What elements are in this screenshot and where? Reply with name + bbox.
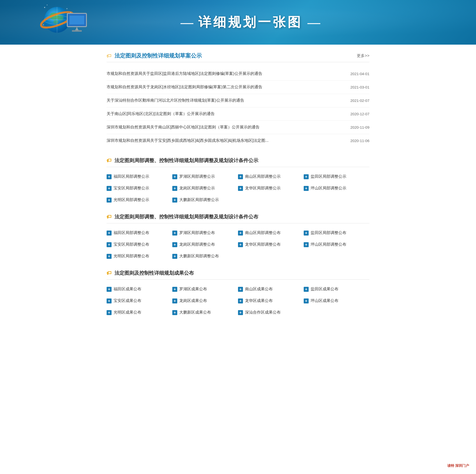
svg-point-3 <box>53 20 58 24</box>
grid-item-label: 深汕合作区成果公布 <box>245 310 281 315</box>
grid-item[interactable]: + 南山区成果公布 <box>238 286 304 293</box>
grid-item[interactable]: + 福田区局部调整公布 <box>107 229 172 237</box>
section2-tag-icon: 🏷 <box>107 158 112 163</box>
news-date: 2021-03-01 <box>350 85 369 89</box>
plus-icon: + <box>172 287 177 292</box>
grid-item[interactable]: + 龙岗区局部调整公示 <box>172 185 238 192</box>
grid-item-label: 宝安区成果公布 <box>114 298 141 303</box>
grid-item[interactable]: + 宝安区局部调整公布 <box>107 241 172 248</box>
news-date: 2020-11-06 <box>350 139 369 143</box>
grid-item-label: 福田区局部调整公布 <box>114 230 149 236</box>
section4-grid: + 福田区成果公布 + 罗湖区成果公布 + 南山区成果公布 + 盐田区成果公布 … <box>107 286 369 316</box>
news-title[interactable]: 市规划和自然资源局关于盐田区[盐田港后方陆域地区]法定图则修编(草案)公开展示的… <box>107 71 343 76</box>
news-title[interactable]: 关于南山区[同乐地区(北区)]法定图则（草案）公开展示的通告 <box>107 111 343 117</box>
news-item: 深圳市规划和自然资源局关于宝安[西乡固戍西地区]&[西乡固戍东地区]&[机场东地… <box>107 134 369 147</box>
grid-item-label: 光明区局部调整公示 <box>114 197 149 203</box>
grid-item[interactable]: + 大鹏新区局部调整公布 <box>172 253 238 260</box>
section1-tag-icon: 🏷 <box>107 53 112 59</box>
plus-icon: + <box>172 298 177 303</box>
plus-icon: + <box>238 242 243 247</box>
plus-icon: + <box>304 174 309 179</box>
news-title[interactable]: 市规划和自然资源局关于龙岗区[水径地区]法定图则局部修编(草案)第二次公开展示的… <box>107 85 343 90</box>
grid-item[interactable]: + 龙华区成果公布 <box>238 297 304 304</box>
news-title[interactable]: 深圳市规划和自然资源局关于宝安[西乡固戍西地区]&[西乡固戍东地区]&[机场东地… <box>107 138 343 143</box>
svg-point-10 <box>66 8 67 9</box>
section4-block: 🏷 法定图则及控制性详细规划成果公布 + 福田区成果公布 + 罗湖区成果公布 +… <box>107 270 369 316</box>
section1-more-link[interactable]: 更多>> <box>357 53 369 59</box>
plus-icon: + <box>107 231 112 236</box>
news-item: 深圳市规划和自然资源局关于南山区[西丽中心区地区]法定图则（草案）公开展示的通告… <box>107 121 369 134</box>
grid-item[interactable]: + 大鹏新区成果公布 <box>172 309 238 316</box>
grid-item-label: 盐田区局部调整公示 <box>311 174 346 179</box>
plus-icon: + <box>107 186 112 191</box>
grid-item[interactable]: + 宝安区成果公布 <box>107 297 172 304</box>
news-title[interactable]: 关于深汕特别合作区鹅埠南门河以北片区控制性详细规划(草案)公开展示的通告 <box>107 98 343 103</box>
svg-point-2 <box>57 15 63 20</box>
grid-item[interactable]: + 龙岗区成果公布 <box>172 297 238 304</box>
svg-point-8 <box>44 7 45 8</box>
grid-item-label: 大鹏新区局部调整公示 <box>179 197 219 203</box>
section3-block: 🏷 法定图则局部调整、控制性详细规划局部调整及规划设计条件公布 + 福田区局部调… <box>107 213 369 260</box>
plus-icon: + <box>172 310 177 315</box>
grid-item-label: 宝安区局部调整公布 <box>114 242 149 247</box>
news-item: 关于深汕特别合作区鹅埠南门河以北片区控制性详细规划(草案)公开展示的通告 202… <box>107 94 369 107</box>
grid-item-label: 盐田区成果公布 <box>311 287 338 292</box>
section2-title: 法定图则局部调整、控制性详细规划局部调整及规划设计条件公示 <box>115 157 258 164</box>
plus-icon: + <box>107 254 112 259</box>
grid-item[interactable]: + 龙岗区局部调整公布 <box>172 241 238 248</box>
svg-point-9 <box>47 5 48 5</box>
grid-item-empty <box>304 309 369 316</box>
svg-point-12 <box>43 24 44 25</box>
news-title[interactable]: 深圳市规划和自然资源局关于南山区[西丽中心区地区]法定图则（草案）公开展示的通告 <box>107 125 343 130</box>
plus-icon: + <box>304 298 309 303</box>
plus-icon: + <box>107 287 112 292</box>
grid-item[interactable]: + 龙华区局部调整公布 <box>238 241 304 248</box>
grid-item-empty <box>304 196 369 204</box>
grid-item-label: 坪山区局部调整公示 <box>311 186 346 191</box>
grid-item-label: 南山区成果公布 <box>245 287 273 292</box>
plus-icon: + <box>107 298 112 303</box>
grid-item[interactable]: + 南山区局部调整公示 <box>238 173 304 180</box>
grid-item[interactable]: + 南山区局部调整公布 <box>238 229 304 237</box>
grid-item[interactable]: + 福田区局部调整公示 <box>107 173 172 180</box>
grid-item[interactable]: + 光明区成果公布 <box>107 309 172 316</box>
news-date: 2021-04-01 <box>350 72 369 76</box>
grid-item[interactable]: + 罗湖区局部调整公布 <box>172 229 238 237</box>
grid-item-label: 龙华区局部调整公布 <box>245 242 281 247</box>
grid-item-label: 龙岗区局部调整公布 <box>179 242 215 247</box>
grid-item-label: 光明区局部调整公布 <box>114 254 149 259</box>
grid-item-label: 龙岗区成果公布 <box>179 298 207 303</box>
news-item: 关于南山区[同乐地区(北区)]法定图则（草案）公开展示的通告 2020-12-0… <box>107 107 369 121</box>
section1-title-wrap: 🏷 法定图则及控制性详细规划草案公示 <box>107 52 202 59</box>
grid-item-label: 盐田区局部调整公布 <box>311 230 346 236</box>
svg-rect-18 <box>72 30 82 32</box>
grid-item[interactable]: + 坪山区成果公布 <box>304 297 369 304</box>
grid-item-label: 坪山区局部调整公布 <box>311 242 346 247</box>
grid-item-label: 宝安区局部调整公示 <box>114 186 149 191</box>
plus-icon: + <box>172 242 177 247</box>
grid-item-label: 福田区成果公布 <box>114 287 141 292</box>
plus-icon: + <box>172 186 177 191</box>
grid-item[interactable]: + 宝安区局部调整公示 <box>107 185 172 192</box>
grid-item[interactable]: + 光明区局部调整公布 <box>107 253 172 260</box>
grid-item[interactable]: + 罗湖区局部调整公示 <box>172 173 238 180</box>
grid-item[interactable]: + 罗湖区成果公布 <box>172 286 238 293</box>
grid-item[interactable]: + 大鹏新区局部调整公示 <box>172 196 238 204</box>
grid-item[interactable]: + 盐田区成果公布 <box>304 286 369 293</box>
svg-rect-16 <box>69 16 84 25</box>
grid-item[interactable]: + 深汕合作区成果公布 <box>238 309 304 316</box>
plus-icon: + <box>304 231 309 236</box>
plus-icon: + <box>172 198 177 203</box>
section1-header: 🏷 法定图则及控制性详细规划草案公示 更多>> <box>107 52 369 62</box>
grid-item[interactable]: + 盐田区局部调整公示 <box>304 173 369 180</box>
grid-item[interactable]: + 光明区局部调整公示 <box>107 196 172 204</box>
grid-item[interactable]: + 坪山区局部调整公布 <box>304 241 369 248</box>
grid-item[interactable]: + 龙华区局部调整公示 <box>238 185 304 192</box>
grid-item-label: 罗湖区成果公布 <box>179 287 207 292</box>
grid-item[interactable]: + 盐田区局部调整公布 <box>304 229 369 237</box>
grid-item[interactable]: + 福田区成果公布 <box>107 286 172 293</box>
grid-item-label: 福田区局部调整公示 <box>114 174 149 179</box>
section3-grid: + 福田区局部调整公布 + 罗湖区局部调整公布 + 南山区局部调整公布 + 盐田… <box>107 229 369 260</box>
plus-icon: + <box>238 186 243 191</box>
grid-item[interactable]: + 坪山区局部调整公示 <box>304 185 369 192</box>
